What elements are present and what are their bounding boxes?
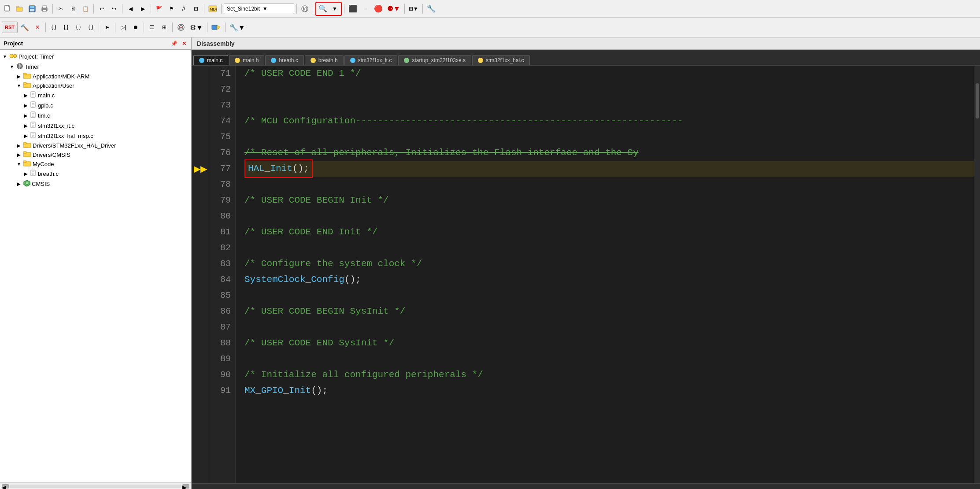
code-line-81: /* USER CODE END Init */: [244, 224, 974, 240]
tb-back[interactable]: ◀: [125, 3, 136, 15]
tab-stm32-it-c[interactable]: stm32f1xx_it.c: [344, 55, 398, 65]
tb-forward[interactable]: ▶: [137, 3, 148, 15]
tb-brace1[interactable]: {}: [48, 22, 59, 33]
tree-item-app-user[interactable]: ▼ Application/User: [0, 81, 191, 90]
tree-item-drivers-cmsis[interactable]: ▶ Drivers/CMSIS: [0, 150, 191, 159]
tree-toggle-gpioc[interactable]: ▶: [23, 103, 29, 108]
tb-target-setup[interactable]: [175, 22, 187, 33]
tree-item-mycode[interactable]: ▼ MyCode: [0, 159, 191, 169]
tab-main-h[interactable]: main.h: [229, 55, 264, 65]
tree-toggle-cmsis-special[interactable]: ▶: [16, 182, 22, 186]
tree-toggle-stm32-it[interactable]: ▶: [23, 123, 29, 128]
tree-toggle-breath[interactable]: ▶: [23, 171, 29, 176]
tree-toggle-drivers-hal[interactable]: ▶: [16, 143, 22, 148]
code-line-86: /* USER CODE BEGIN SysInit */: [244, 304, 974, 319]
tree-item-mdk-arm[interactable]: ▶ Application/MDK-ARM: [0, 72, 191, 81]
tb-print[interactable]: [39, 3, 50, 15]
vertical-scrollbar[interactable]: [974, 66, 980, 483]
tb-build[interactable]: 🔨: [18, 22, 31, 33]
horizontal-scrollbar[interactable]: [192, 483, 980, 489]
gutter-79: [192, 193, 209, 208]
tb-bookmark[interactable]: 🚩: [153, 3, 165, 15]
function-dropdown[interactable]: Set_Sine12bit ▼: [224, 4, 294, 14]
tab-startup[interactable]: startup_stm32f103xe.s: [398, 55, 471, 65]
code-line-75: [244, 129, 974, 145]
tree-item-project-root[interactable]: ▼ Project: Timer: [0, 52, 191, 62]
tree-toggle-mainc[interactable]: ▶: [23, 93, 29, 98]
tb-brace4[interactable]: {}: [85, 22, 96, 33]
tab-breath-h[interactable]: breath.h: [305, 55, 344, 65]
svg-point-59: [26, 182, 28, 185]
tb-target-options[interactable]: ⚙▼: [188, 22, 205, 33]
scrollbar-thumb[interactable]: [976, 83, 979, 119]
tree-toggle-root[interactable]: ▼: [2, 54, 8, 59]
tb-arrow-func[interactable]: [210, 22, 223, 33]
tb-debug-circle[interactable]: ○: [360, 3, 371, 15]
tree-toggle-timer[interactable]: ▼: [9, 64, 15, 69]
tb-open[interactable]: [14, 3, 26, 15]
tb-copy[interactable]: ⎘: [67, 3, 79, 15]
tab-breath-c[interactable]: breath.c: [265, 55, 303, 65]
tb-tools[interactable]: 🔧▼: [228, 22, 247, 33]
tb-debug-stop[interactable]: ⬛: [347, 3, 359, 15]
tb-undo[interactable]: ↩: [96, 3, 107, 15]
tb-redo[interactable]: ↪: [108, 3, 120, 15]
scroll-right-btn[interactable]: ▶: [182, 484, 189, 489]
tb-target[interactable]: MDK: [207, 3, 219, 15]
tb-grid-view[interactable]: ⊞: [159, 22, 170, 33]
tb-save[interactable]: [26, 3, 38, 15]
tree-item-stm32-it[interactable]: ▶ stm32f1xx_it.c: [0, 121, 191, 131]
ln-85: 85: [209, 288, 231, 304]
tree-item-stm32-hal-msp[interactable]: ▶ stm32f1xx_hal_msp.c: [0, 131, 191, 141]
tree-item-drivers-hal[interactable]: ▶ Drivers/STM32F1xx_HAL_Driver: [0, 141, 191, 150]
tree-item-gpio-c[interactable]: ▶ gpio.c: [0, 100, 191, 111]
ln-84: 84: [209, 272, 231, 288]
tree-item-main-c[interactable]: ▶ main.c: [0, 90, 191, 100]
panel-pin-icon[interactable]: 📌: [170, 40, 179, 47]
code-inner: ▶▶: [192, 66, 980, 483]
tb-search-dropdown[interactable]: ▼: [329, 3, 340, 15]
tree-item-cmsis-special[interactable]: ▶ CMSIS: [0, 179, 191, 189]
project-panel-title: Project: [4, 40, 23, 47]
tb-paste[interactable]: 📋: [80, 3, 91, 15]
tree-item-timer[interactable]: ▼ Timer: [0, 62, 191, 72]
tb-run-to-cursor[interactable]: ▷|: [118, 22, 129, 33]
tb-lines[interactable]: //: [178, 3, 189, 15]
panel-close-icon[interactable]: ✕: [181, 40, 188, 47]
code-content-79: /* USER CODE BEGIN Init */: [244, 193, 389, 208]
tb-brace3[interactable]: {}: [73, 22, 84, 33]
scroll-left-btn[interactable]: ◀: [2, 484, 9, 489]
tb-bookmark2[interactable]: ⚑: [166, 3, 177, 15]
code-content-84-rest: ();: [344, 272, 361, 288]
tb-debug-extra[interactable]: ⚈▼: [385, 3, 402, 15]
tb-record[interactable]: ⏺: [130, 22, 141, 33]
tab-main-c[interactable]: main.c: [193, 55, 228, 65]
tree-item-tim-c[interactable]: ▶ tim.c: [0, 111, 191, 121]
tb-build-stop[interactable]: ✕: [32, 22, 43, 33]
tree-toggle-hal-msp[interactable]: ▶: [23, 133, 29, 138]
tb-debug-red[interactable]: 🔴: [372, 3, 385, 15]
tb-jump[interactable]: ➤: [101, 22, 113, 33]
tree-toggle-drivers-cmsis[interactable]: ▶: [16, 152, 22, 157]
tb-settings[interactable]: 🔧: [425, 3, 437, 15]
tb-view-options[interactable]: ⊞▼: [407, 3, 420, 15]
tb-rst[interactable]: RST: [2, 22, 18, 33]
tb-search[interactable]: 🔍: [317, 3, 329, 15]
code-line-83: /* Configure the system clock */: [244, 256, 974, 272]
tab-stm32-hal[interactable]: stm32f1xx_hal.c: [472, 55, 530, 65]
tb-func-browse[interactable]: f(): [299, 3, 311, 15]
tree-toggle-timc[interactable]: ▶: [23, 113, 29, 118]
tree-toggle-mdk[interactable]: ▶: [16, 74, 22, 79]
code-line-90: /* Initialize all configured peripherals…: [244, 367, 974, 383]
project-scrollbar[interactable]: ◀ ▶: [0, 482, 191, 489]
tb-brace2[interactable]: {}: [60, 22, 72, 33]
tree-toggle-mycode[interactable]: ▼: [16, 162, 22, 167]
code-text[interactable]: /* USER CODE END 1 */ /* MCU Configurati…: [236, 66, 974, 483]
tree-toggle-appuser[interactable]: ▼: [16, 83, 22, 88]
tb-cut[interactable]: ✂: [55, 3, 67, 15]
tree-item-breath-c[interactable]: ▶ breath.c: [0, 169, 191, 179]
tb2-sep5: [172, 22, 173, 32]
tb-new[interactable]: [2, 3, 13, 15]
tb-list-view[interactable]: ☰: [146, 22, 158, 33]
tb-toggle-lines[interactable]: ⊟: [190, 3, 202, 15]
